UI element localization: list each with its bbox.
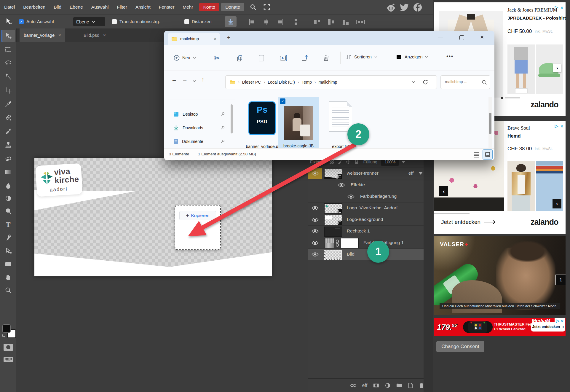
document-canvas[interactable]: viva kirche aadorf + Kopieren <box>34 158 272 276</box>
view-list-toggle[interactable] <box>473 151 480 158</box>
link-layers-icon[interactable] <box>350 383 356 388</box>
clone-stamp-tool-icon[interactable] <box>1 139 15 151</box>
new-layer-icon[interactable] <box>408 383 413 388</box>
layer-thumbnail[interactable] <box>324 203 342 213</box>
zalando-logo[interactable]: zalando <box>531 218 558 227</box>
breadcrumb-temp[interactable]: Temp <box>302 80 312 85</box>
breadcrumb-mailchimp[interactable]: mailchimp <box>319 80 337 85</box>
layer-row-bild[interactable]: Bild <box>308 249 424 260</box>
eye-icon[interactable] <box>312 240 319 245</box>
twitter-icon[interactable] <box>400 4 409 12</box>
breadcrumb-dieser-pc[interactable]: Dieser PC <box>242 80 261 85</box>
rename-icon[interactable] <box>280 55 287 61</box>
layer-row-effekte[interactable]: Effekte <box>308 179 424 191</box>
donate-button[interactable]: Donate <box>221 3 244 11</box>
distribute-top-icon[interactable] <box>313 18 322 26</box>
auto-select-checkbox[interactable]: ✓ Auto-Auswahl <box>19 19 54 24</box>
carousel-prev-icon[interactable]: ‹ <box>439 186 448 196</box>
smudge-tool-icon[interactable] <box>1 205 15 218</box>
carousel-next-icon[interactable]: › <box>553 199 561 208</box>
new-group-icon[interactable] <box>396 383 402 388</box>
ad-cta-link[interactable]: Jetzt entdecken <box>441 219 496 225</box>
align-left-icon[interactable] <box>248 18 256 26</box>
sidebar-item-dokumente[interactable]: Dokumente <box>164 136 235 147</box>
breadcrumb-local-disk[interactable]: Local Disk (C:) <box>268 80 295 85</box>
distances-checkbox[interactable]: Distanzen <box>184 19 212 24</box>
align-distribute-icon[interactable] <box>292 18 300 26</box>
eyedropper-tool-icon[interactable] <box>1 98 15 110</box>
lasso-tool-icon[interactable] <box>1 57 15 69</box>
nav-up-icon[interactable]: ↑ <box>202 77 205 83</box>
layer-row-logo-background[interactable]: Logo-Background <box>308 214 424 226</box>
download-button[interactable] <box>225 16 237 27</box>
view-large-toggle-active[interactable] <box>483 149 493 160</box>
menu-filter[interactable]: Filter <box>113 0 131 14</box>
eye-icon[interactable] <box>338 183 345 187</box>
adjustment-layer-icon[interactable] <box>324 238 334 248</box>
menu-auswahl[interactable]: Auswahl <box>87 0 113 14</box>
menu-fenster[interactable]: Fenster <box>155 0 179 14</box>
view-button[interactable]: Anzeigen <box>396 54 428 60</box>
nav-history-icon[interactable] <box>193 80 196 82</box>
close-icon[interactable]: × <box>58 32 61 38</box>
ad-thumb-cap[interactable]: › <box>536 44 563 94</box>
eye-icon[interactable] <box>312 217 319 222</box>
file-explorer-window[interactable]: mailchimp × + × Neu ✂ So <box>164 31 494 160</box>
type-tool-icon[interactable]: T <box>1 218 15 231</box>
effects-badge[interactable]: eff <box>408 170 413 176</box>
healing-tool-icon[interactable] <box>1 111 15 124</box>
explorer-titlebar[interactable]: mailchimp × + × <box>164 31 494 45</box>
foreground-color-swatch[interactable] <box>2 324 11 333</box>
collapse-effects-icon[interactable] <box>419 172 423 175</box>
menu-ebene[interactable]: Ebene <box>66 0 87 14</box>
eye-icon[interactable] <box>312 206 319 211</box>
tab-bild-psd[interactable]: Bild.psd × <box>79 28 110 42</box>
zalando-logo[interactable]: zalando <box>531 100 558 109</box>
transform-controls-checkbox[interactable]: Transformationsstrg. <box>112 19 160 24</box>
nav-forward-icon[interactable]: → <box>182 77 188 83</box>
shape-tool-icon[interactable] <box>1 258 15 270</box>
dodge-tool-icon[interactable] <box>1 192 15 205</box>
target-mode-select[interactable]: Ebene <box>73 17 105 26</box>
window-close-icon[interactable]: × <box>480 34 484 41</box>
sidebar-scrollbar[interactable] <box>231 104 233 133</box>
maximize-icon[interactable] <box>459 35 464 40</box>
blur-tool-icon[interactable] <box>1 180 15 192</box>
delete-layer-icon[interactable] <box>419 383 424 388</box>
fill-dropdown-icon[interactable] <box>401 161 405 163</box>
nav-back-icon[interactable]: ← <box>171 77 177 83</box>
ad-close-icon[interactable]: × <box>561 5 563 10</box>
search-icon[interactable] <box>250 4 257 11</box>
brush-tool-icon[interactable] <box>1 125 15 138</box>
align-right-icon[interactable] <box>276 18 284 26</box>
path-select-tool-icon[interactable] <box>1 245 15 257</box>
ad-mediamarkt[interactable]: 179.95 THRUSTMASTER FerrariF1 Wheel Lenk… <box>434 318 566 336</box>
tab-banner-vorlage[interactable]: banner_vorlage × <box>20 28 65 42</box>
marquee-select-tool-icon[interactable] <box>1 43 15 56</box>
carousel-next-icon[interactable]: › <box>553 64 561 72</box>
layer-thumbnail[interactable] <box>324 169 342 179</box>
ad-valser-video[interactable]: VALSER✚ Und ein Hoch auf natürliche Mine… <box>434 236 566 315</box>
delete-icon[interactable] <box>323 55 329 61</box>
minimize-icon[interactable] <box>438 37 443 37</box>
ad-close-icon[interactable]: × <box>561 318 563 324</box>
tab-close-icon[interactable]: × <box>214 36 216 42</box>
ad-thumb-shirt[interactable] <box>507 44 535 94</box>
distribute-horizontal-icon[interactable] <box>355 18 365 26</box>
file-tile-selected[interactable]: ✓ brooke-cagle-JB <box>278 97 319 151</box>
explorer-tab[interactable]: mailchimp × <box>168 33 220 45</box>
file-icon-psd[interactable]: Ps PSD <box>248 101 276 135</box>
new-button[interactable]: Neu <box>170 52 199 63</box>
layer-thumbnail[interactable] <box>324 227 342 237</box>
sidebar-item-desktop[interactable]: Desktop <box>164 109 235 120</box>
new-tab-icon[interactable]: + <box>227 34 230 41</box>
more-options-icon[interactable]: ••• <box>446 53 454 59</box>
lock-position-icon[interactable] <box>346 160 351 164</box>
adchoices-icon[interactable]: ▷ <box>556 318 560 324</box>
keyboard-icon[interactable] <box>3 356 13 363</box>
facebook-icon[interactable] <box>413 3 422 12</box>
quick-mask-icon[interactable] <box>3 343 13 351</box>
crop-tool-icon[interactable] <box>1 84 15 97</box>
gradient-tool-icon[interactable] <box>1 166 15 179</box>
layer-row-farbton-saettigung[interactable]: Farbton/Sättigung 1 <box>308 237 424 249</box>
